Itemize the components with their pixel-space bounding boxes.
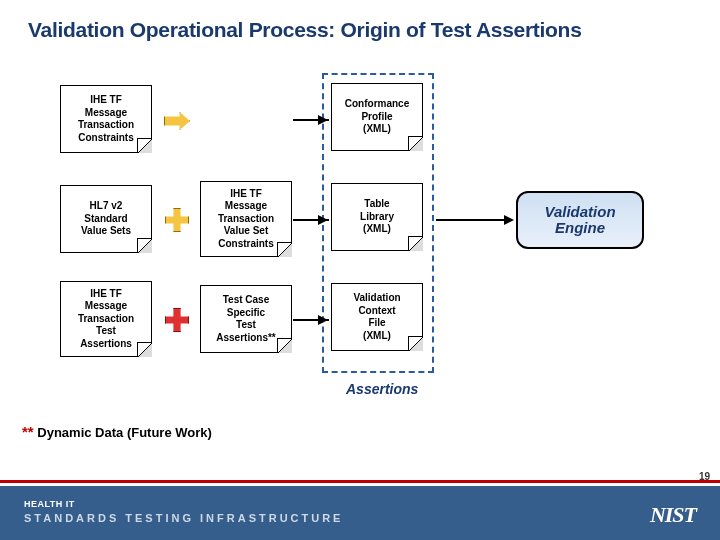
assertions-label: Assertions [346,381,418,397]
arrowhead-icon [504,215,514,225]
box-validation-context: Validation Context File (XML) [331,283,423,351]
arrowhead-icon [318,315,328,325]
box-conformance-profile: Conformance Profile (XML) [331,83,423,151]
box-test-case-assertions: Test Case Specific Test Assertions** [200,285,292,353]
arrowhead-icon [318,115,328,125]
xml-group: Conformance Profile (XML) Table Library … [322,73,434,373]
page-title: Validation Operational Process: Origin o… [0,0,720,42]
footer-line1: HEALTH IT [24,499,75,509]
box-table-library: Table Library (XML) [331,183,423,251]
footnote: ** Dynamic Data (Future Work) [22,423,212,440]
box-ihe-value-constraints: IHE TF Message Transaction Value Set Con… [200,181,292,257]
footer-line2: STANDARDS TESTING INFRASTRUCTURE [24,512,343,524]
footnote-stars: ** [22,423,34,440]
box-hl7-value-sets: HL7 v2 Standard Value Sets [60,185,152,253]
nist-logo: NIST [650,502,696,528]
plus-icon [162,207,192,233]
plus-icon-red [162,307,192,333]
connector-line [436,219,508,221]
arrow-icon [162,111,192,131]
diagram-area: HL7 v2 Standard Message Definition IHE T… [60,85,660,415]
footnote-text: Dynamic Data (Future Work) [34,425,212,440]
box-ihe-constraints: IHE TF Message Transaction Constraints [60,85,152,153]
arrowhead-icon [318,215,328,225]
footer-bar: HEALTH IT STANDARDS TESTING INFRASTRUCTU… [0,486,720,540]
box-ihe-test-assertions: IHE TF Message Transaction Test Assertio… [60,281,152,357]
validation-engine: Validation Engine [516,191,644,249]
footer-branding: HEALTH IT STANDARDS TESTING INFRASTRUCTU… [24,499,343,525]
